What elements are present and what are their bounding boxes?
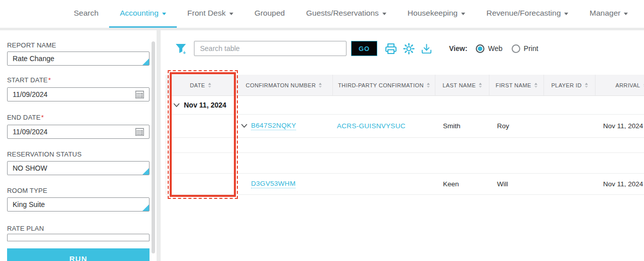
- sort-icon[interactable]: [208, 83, 211, 88]
- calendar-icon[interactable]: [135, 90, 144, 98]
- nav-label: Front Desk: [187, 9, 226, 18]
- table-row: D3GV53WHM Keen Will Nov 11, 2024: [166, 174, 644, 195]
- nav-item-grouped[interactable]: Grouped: [244, 0, 295, 28]
- confirmation-number-link[interactable]: B647S2NQKY: [251, 122, 296, 130]
- rate-change-report-page: Search Accounting Front Desk Grouped Gue…: [0, 0, 644, 261]
- top-navigation: Search Accounting Front Desk Grouped Gue…: [0, 0, 644, 28]
- column-header-player-id[interactable]: PLAYER ID: [544, 75, 596, 95]
- confirmation-cell: B647S2NQKY: [235, 122, 333, 130]
- chevron-down-icon[interactable]: [241, 124, 247, 128]
- nav-item-manager[interactable]: Manager: [579, 0, 638, 28]
- nav-label: Housekeeping: [408, 9, 458, 18]
- third-party-confirmation-cell: ACRS-GUISNVYSUC: [333, 122, 435, 130]
- rate-change-table: DATE CONFIRMATON NUMBER THIRD-PARTY CONF…: [166, 75, 644, 195]
- first-name-cell: Will: [489, 180, 544, 188]
- nav-label: Grouped: [255, 9, 285, 18]
- rate-plan-label: RATE PLAN: [7, 225, 44, 232]
- reservation-status-value: NO SHOW: [13, 164, 47, 172]
- room-type-value: King Suite: [13, 200, 45, 208]
- dropdown-corner-icon: [142, 168, 149, 175]
- end-date-input[interactable]: [7, 125, 150, 139]
- caret-down-icon: [624, 13, 628, 15]
- nav-label: Search: [74, 9, 98, 18]
- nav-item-accounting[interactable]: Accounting: [109, 0, 177, 28]
- end-date-label: END DATE*: [7, 114, 44, 121]
- table-row: [166, 153, 644, 174]
- room-type-select[interactable]: King Suite: [7, 197, 150, 212]
- group-date-label: Nov 11, 2024: [184, 101, 226, 109]
- nav-label: Guests/Reservations: [306, 9, 379, 18]
- run-button[interactable]: RUN: [7, 248, 150, 261]
- table-group-row[interactable]: Nov 11, 2024: [166, 96, 644, 115]
- reservation-status-select[interactable]: NO SHOW: [7, 161, 150, 175]
- required-asterisk: *: [48, 76, 51, 84]
- nav-label: Revenue/Forecasting: [486, 9, 561, 18]
- view-toggle-group: View: Web Print: [449, 44, 548, 53]
- view-option-label: Web: [488, 44, 503, 53]
- last-name-cell: Smith: [435, 122, 489, 130]
- sort-icon[interactable]: [319, 83, 322, 88]
- third-party-confirmation-link[interactable]: ACRS-GUISNVYSUC: [337, 122, 406, 130]
- view-option-label: Print: [524, 44, 538, 53]
- table-row: B647S2NQKY ACRS-GUISNVYSUC Smith Roy Nov…: [166, 115, 644, 138]
- view-label: View:: [449, 44, 467, 53]
- column-header-third-party-confirmation[interactable]: THIRD-PARTY CONFIRMATION: [333, 75, 435, 95]
- rate-plan-input[interactable]: [7, 234, 150, 241]
- nav-item-housekeeping[interactable]: Housekeeping: [397, 0, 476, 28]
- settings-gear-icon[interactable]: [403, 42, 415, 55]
- radio-selected-icon: [476, 44, 484, 53]
- required-asterisk: *: [41, 114, 43, 121]
- caret-down-icon: [461, 13, 465, 15]
- view-option-print[interactable]: Print: [512, 44, 538, 53]
- date-group-cell[interactable]: Nov 11, 2024: [166, 101, 435, 109]
- table-row: [166, 138, 644, 153]
- confirmation-number-link[interactable]: D3GV53WHM: [251, 180, 295, 188]
- last-name-cell: Keen: [435, 180, 489, 188]
- table-header-row: DATE CONFIRMATON NUMBER THIRD-PARTY CONF…: [166, 75, 644, 96]
- sort-icon[interactable]: [427, 83, 430, 88]
- dropdown-corner-icon: [142, 204, 149, 211]
- sidebar-scrollbar[interactable]: [152, 41, 155, 253]
- sort-icon[interactable]: [585, 83, 588, 88]
- caret-down-icon: [564, 13, 568, 15]
- view-option-web[interactable]: Web: [476, 44, 503, 53]
- reservation-status-label: RESERVATION STATUS: [7, 150, 82, 158]
- caret-down-icon: [229, 13, 233, 15]
- room-type-label: ROOM TYPE: [7, 187, 47, 194]
- radio-unselected-icon: [512, 44, 520, 53]
- first-name-cell: Roy: [489, 122, 544, 130]
- column-header-last-name[interactable]: LAST NAME: [435, 75, 489, 95]
- column-header-first-name[interactable]: FIRST NAME: [489, 75, 544, 95]
- table-toolbar: + GO: [174, 41, 548, 56]
- column-header-date[interactable]: DATE: [166, 75, 235, 95]
- svg-text:+: +: [183, 49, 186, 55]
- download-icon[interactable]: [421, 43, 432, 55]
- nav-label: Manager: [589, 9, 620, 18]
- report-filters-sidebar: REPORT NAME Rate Change START DATE* END: [0, 30, 157, 261]
- nav-item-front-desk[interactable]: Front Desk: [177, 0, 244, 28]
- arrival-cell: Nov 11, 2024: [596, 122, 644, 130]
- report-results-panel: + GO: [161, 30, 644, 261]
- print-icon[interactable]: [385, 42, 397, 55]
- nav-item-search[interactable]: Search: [63, 0, 109, 28]
- add-filter-icon[interactable]: +: [174, 42, 187, 56]
- report-name-value: Rate Change: [13, 55, 55, 63]
- content-area: REPORT NAME Rate Change START DATE* END: [0, 28, 644, 261]
- nav-item-revenue-forecasting[interactable]: Revenue/Forecasting: [476, 0, 579, 28]
- report-name-select[interactable]: Rate Change: [7, 51, 150, 66]
- calendar-icon[interactable]: [135, 128, 144, 136]
- go-button[interactable]: GO: [351, 41, 377, 56]
- report-name-label: REPORT NAME: [7, 41, 56, 49]
- nav-item-guests-reservations[interactable]: Guests/Reservations: [295, 0, 397, 28]
- column-header-arrival[interactable]: ARRIVAL: [596, 75, 644, 95]
- arrival-cell: Nov 11, 2024: [596, 180, 644, 188]
- column-header-confirmation-number[interactable]: CONFIRMATON NUMBER: [235, 75, 333, 95]
- nav-label: Accounting: [120, 9, 159, 18]
- start-date-label: START DATE*: [7, 76, 51, 84]
- chevron-down-icon[interactable]: [173, 103, 180, 108]
- search-table-input[interactable]: [194, 41, 346, 56]
- sort-icon[interactable]: [534, 83, 537, 88]
- start-date-input[interactable]: [7, 87, 150, 101]
- caret-down-icon: [382, 13, 386, 15]
- sort-icon[interactable]: [479, 83, 482, 88]
